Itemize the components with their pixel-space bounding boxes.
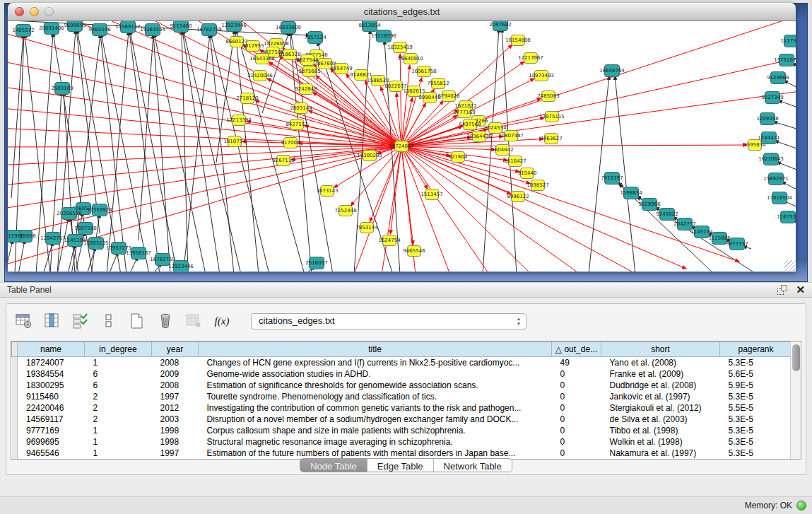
graph-node[interactable]: 9465546 [403,246,425,257]
table-cell[interactable]: 5.3E-5 [720,425,791,436]
row-gutter-header[interactable] [12,342,18,357]
graph-node[interactable]: 14569117 [115,21,141,33]
graph-node[interactable]: 2516057 [305,257,327,269]
select-all-icon[interactable] [71,312,90,330]
graph-node[interactable]: 915440 [518,168,537,179]
network-canvas[interactable]: 8660123891295518226058982750881863289827… [8,21,796,271]
graph-node[interactable]: 1810754 [223,136,246,147]
tab-network-table[interactable]: Network Table [433,459,512,472]
table-cell[interactable]: 2 [85,402,152,414]
graph-node[interactable]: 7857224 [304,32,326,44]
table-cell[interactable]: 0 [552,380,601,391]
graph-node[interactable]: 1209358 [756,113,778,125]
table-cell[interactable]: 22420046 [18,402,85,414]
tab-node-table[interactable]: Node Table [300,459,367,472]
tab-edge-table[interactable]: Edge Table [367,459,433,472]
close-window-button[interactable] [15,7,24,16]
graph-node[interactable]: 18325419 [387,42,413,53]
table-cell[interactable]: 2008 [152,357,199,368]
table-cell[interactable]: 1998 [152,425,199,436]
table-row[interactable]: 977716911998Corpus callosum shape and si… [12,425,791,436]
column-header-short[interactable]: short [601,342,720,357]
table-cell[interactable]: 5.3E-5 [720,448,791,459]
table-cell[interactable]: 0 [552,414,601,425]
table-cell[interactable]: 1 [85,357,152,368]
graph-node[interactable]: 7252448 [334,206,356,216]
table-cell[interactable]: 0 [552,436,601,448]
function-builder-icon[interactable]: f(x) [213,312,231,330]
table-cell[interactable]: 2003 [152,414,199,425]
graph-node[interactable]: 16033809 [276,22,301,34]
table-cell[interactable]: Stergiakouli et al. (2012) [601,402,720,414]
graph-node[interactable]: 16154808 [505,35,531,46]
table-cell[interactable]: 1997 [152,391,199,402]
graph-node[interactable]: 1898527 [526,180,548,191]
column-visibility-icon[interactable] [43,312,61,330]
graph-node[interactable]: 2718120 [236,93,258,104]
graph-node[interactable]: 2087682 [489,21,511,31]
table-cell[interactable]: 9115460 [18,391,85,402]
table-cell[interactable]: 2 [85,414,152,425]
table-cell[interactable]: Wolkin et al. (1998) [601,436,720,448]
table-cell[interactable]: Investigating the contribution of common… [199,402,552,414]
table-cell[interactable]: 18300295 [18,380,85,391]
column-header-in_degree[interactable]: in_degree [85,342,152,357]
graph-node[interactable]: 1405572 [12,25,34,37]
zoom-window-button[interactable] [45,7,54,16]
table-cell[interactable]: Franke et al. (2009) [601,368,720,380]
table-cell[interactable]: 9699695 [18,436,85,448]
table-cell[interactable]: Corpus callosum shape and size in male p… [199,425,552,436]
graph-node[interactable]: 16961758 [411,66,437,77]
graph-node[interactable]: 20691406 [39,23,64,35]
graph-node[interactable]: 1167534 [777,211,796,223]
table-cell[interactable]: 1998 [152,436,199,448]
table-cell[interactable]: 5.3E-5 [720,414,791,425]
table-cell[interactable]: 18724007 [18,357,85,368]
column-header-title[interactable]: title [199,342,552,357]
graph-node[interactable]: 12213383 [226,115,252,126]
graph-node[interactable]: 2603109 [51,83,73,95]
table-cell[interactable]: 5.6E-5 [720,368,791,380]
table-cell[interactable]: 0 [552,391,601,402]
graph-node[interactable]: 9463627 [540,134,562,144]
table-cell[interactable]: 1 [85,425,152,436]
graph-node[interactable]: 13975115 [539,112,565,122]
table-cell[interactable]: 0 [552,448,601,459]
table-cell[interactable]: 2 [85,391,152,402]
table-cell[interactable]: Disruption of a novel member of a sodium… [199,414,552,425]
table-cell[interactable]: 5.3E-5 [720,436,791,448]
graph-node[interactable]: 16640910 [398,54,423,64]
table-cell[interactable]: 0 [552,402,601,414]
table-row[interactable]: 1872400712008Changes of HCN gene express… [12,357,791,368]
graph-node[interactable]: 12213967 [518,53,543,64]
table-cell[interactable]: Yano et al. (2008) [601,357,720,368]
window-resize-grip[interactable] [784,260,795,271]
table-cell[interactable]: 19384554 [18,368,85,380]
graph-node[interactable]: 19384554 [140,24,165,36]
column-header-year[interactable]: year [152,342,199,357]
delete-table-icon[interactable] [184,312,203,330]
table-cell[interactable]: 1997 [152,448,199,459]
row-mode-icon[interactable] [100,312,118,330]
delete-column-icon[interactable] [156,312,175,330]
graph-node[interactable]: 17016504 [767,192,792,204]
network-window-titlebar[interactable]: citations_edges.txt [8,3,796,21]
table-cell[interactable]: 1 [85,448,152,459]
table-cell[interactable]: Nakamura et al. (1997) [601,448,720,459]
table-cell[interactable]: 2012 [152,402,199,414]
table-cell[interactable]: 5.9E-5 [720,380,791,391]
table-row[interactable]: 1456911722003Disruption of a novel membe… [12,414,791,425]
graph-node[interactable]: 9227349 [761,92,783,104]
table-row[interactable]: 2242004622012Investigating the contribut… [12,402,791,414]
graph-node[interactable]: 19218596 [371,30,396,42]
graph-node[interactable]: 1513457 [420,189,442,200]
new-column-icon[interactable] [128,312,146,330]
graph-node[interactable]: 8813054 [358,21,381,32]
graph-node[interactable]: 2803144 [290,103,312,114]
column-header-pagerank[interactable]: pagerank [720,342,791,357]
table-cell[interactable]: Dudbridge et al. (2008) [601,380,720,391]
graph-node[interactable]: 621604 [449,152,468,163]
graph-node[interactable]: 1117534 [780,35,796,47]
graph-node[interactable]: 7485063 [537,91,559,102]
table-mode-icon[interactable] [15,312,33,330]
